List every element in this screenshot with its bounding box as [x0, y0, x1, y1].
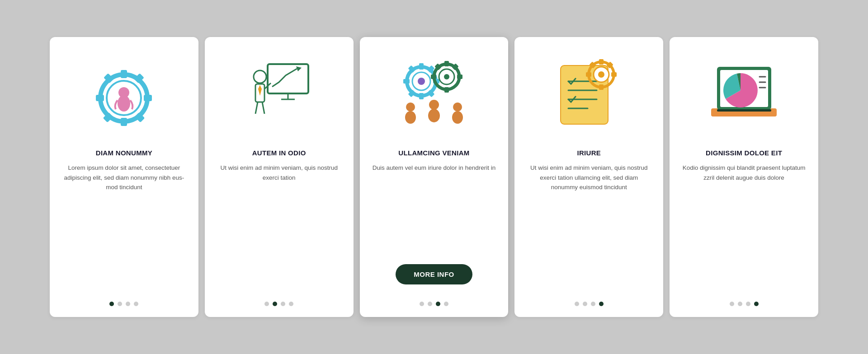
dot: [754, 302, 759, 306]
svg-point-42: [406, 102, 415, 112]
card-2-title: AUTEM IN ODIO: [252, 149, 306, 157]
card-2-icon: [217, 51, 341, 141]
card-1-dots: [109, 302, 138, 306]
dot: [591, 302, 595, 306]
card-3-title: ULLAMCING VENIAM: [398, 149, 469, 157]
svg-point-44: [429, 100, 439, 110]
svg-point-11: [118, 95, 130, 112]
dot: [575, 302, 579, 306]
svg-rect-57: [611, 72, 617, 77]
card-3-dots: [420, 302, 448, 306]
svg-marker-18: [258, 85, 262, 96]
dot: [436, 302, 440, 306]
card-4-icon: [527, 51, 651, 141]
svg-rect-12: [268, 64, 308, 93]
svg-rect-2: [121, 70, 127, 78]
dot: [738, 302, 742, 306]
svg-point-46: [453, 102, 462, 112]
dot: [118, 302, 122, 306]
card-3-icon: [373, 51, 496, 141]
card-5: DIGNISSIM DOLOE EIT Kodio dignissim qui …: [670, 37, 818, 317]
more-info-button[interactable]: MORE INFO: [396, 264, 472, 284]
svg-point-47: [452, 111, 463, 124]
svg-rect-27: [403, 79, 410, 84]
card-2-dots: [264, 302, 293, 306]
dot: [109, 302, 114, 306]
svg-rect-68: [717, 109, 771, 112]
card-5-title: DIGNISSIM DOLOE EIT: [706, 149, 782, 157]
card-1: DIAM NONUMMY Lorem ipsum dolor sit amet,…: [50, 37, 198, 317]
svg-rect-24: [419, 63, 424, 70]
dot: [730, 302, 734, 306]
card-1-title: DIAM NONUMMY: [96, 149, 152, 157]
svg-line-19: [255, 102, 258, 114]
svg-rect-55: [599, 59, 604, 65]
dot: [134, 302, 138, 306]
svg-rect-5: [96, 95, 104, 101]
card-1-text: Lorem ipsum dolor sit amet, consectetuer…: [62, 163, 186, 293]
svg-point-61: [598, 71, 604, 78]
dot: [264, 302, 269, 306]
card-3: ULLAMCING VENIAM Duis autem vel eum iriu…: [360, 37, 509, 317]
svg-rect-56: [599, 84, 604, 90]
card-3-text: Duis autem vel eum iriure dolor in hendr…: [373, 163, 495, 256]
card-4-title: IRIURE: [577, 149, 601, 157]
card-4-text: Ut wisi enim ad minim veniam, quis nostr…: [527, 163, 651, 293]
svg-point-43: [405, 111, 416, 124]
dot: [420, 302, 424, 306]
svg-rect-37: [457, 75, 462, 79]
svg-point-41: [444, 74, 449, 79]
svg-point-16: [254, 70, 266, 83]
svg-rect-25: [419, 93, 424, 99]
card-2: AUTEM IN ODIO Ut wisi enim ad minim veni…: [205, 37, 354, 317]
svg-rect-58: [586, 72, 591, 77]
card-2-text: Ut wisi enim ad minim veniam, quis nostr…: [217, 163, 341, 293]
card-5-icon: [682, 51, 806, 141]
card-5-dots: [730, 302, 759, 306]
svg-rect-38: [431, 75, 436, 79]
dot: [126, 302, 130, 306]
card-4-dots: [575, 302, 604, 306]
dot: [273, 302, 277, 306]
cards-container: DIAM NONUMMY Lorem ipsum dolor sit amet,…: [50, 37, 818, 317]
dot: [428, 302, 432, 306]
dot: [289, 302, 293, 306]
svg-point-45: [428, 109, 440, 122]
dot: [444, 302, 448, 306]
svg-point-32: [418, 78, 425, 85]
dot: [746, 302, 750, 306]
card-5-text: Kodio dignissim qui blandit praesent lup…: [682, 163, 806, 293]
card-1-icon: [62, 51, 186, 141]
svg-rect-36: [444, 87, 449, 93]
svg-rect-4: [144, 95, 152, 101]
card-4: IRIURE Ut wisi enim ad minim veniam, qui…: [514, 37, 663, 317]
svg-line-20: [262, 102, 264, 114]
dot: [281, 302, 285, 306]
svg-rect-3: [121, 118, 127, 126]
dot: [583, 302, 587, 306]
svg-rect-35: [444, 61, 449, 66]
dot: [599, 302, 604, 306]
